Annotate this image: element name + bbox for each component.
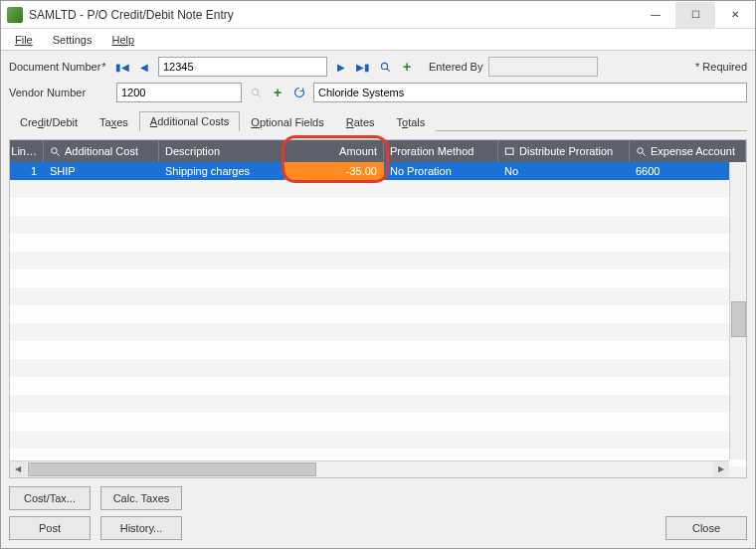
vendor-label: Vendor Number <box>9 87 108 98</box>
close-window-button[interactable]: ✕ <box>715 2 755 28</box>
entered-by-label: Entered By <box>429 61 482 73</box>
cell-distribute[interactable]: No <box>498 162 630 180</box>
client-area: Document Number* ▮◀ ◀ ▶ ▶▮ + Entered By … <box>1 51 755 548</box>
tab-taxes[interactable]: Taxes <box>89 112 139 131</box>
cell-description[interactable]: Shipping charges <box>159 162 284 180</box>
history-button[interactable]: History... <box>100 516 182 540</box>
doc-number-label: Document Number* <box>9 61 108 73</box>
next-record-icon[interactable]: ▶ <box>333 59 349 75</box>
menu-file[interactable]: File <box>7 32 41 48</box>
grid: Lin… Additional Cost Description Amount … <box>9 139 747 478</box>
prev-record-icon[interactable]: ◀ <box>136 59 152 75</box>
doc-number-row: Document Number* ▮◀ ◀ ▶ ▶▮ + Entered By … <box>9 57 747 77</box>
window-title: SAMLTD - P/O Credit/Debit Note Entry <box>29 8 636 22</box>
app-icon <box>7 7 23 23</box>
table-row[interactable]: 1 SHIP Shipping charges -35.00 No Prorat… <box>10 162 746 180</box>
post-button[interactable]: Post <box>9 516 91 540</box>
grid-body[interactable]: 1 SHIP Shipping charges -35.00 No Prorat… <box>10 162 746 477</box>
vendor-search-icon[interactable] <box>248 85 264 100</box>
vscroll-thumb[interactable] <box>731 301 746 337</box>
cell-amount[interactable]: -35.00 <box>284 162 384 180</box>
first-record-icon[interactable]: ▮◀ <box>114 59 130 75</box>
cell-additional-cost[interactable]: SHIP <box>44 162 159 180</box>
svg-point-7 <box>638 147 644 153</box>
col-header-amount[interactable]: Amount <box>284 140 384 162</box>
doc-number-input[interactable] <box>158 57 327 77</box>
svg-point-0 <box>381 63 387 69</box>
col-header-expense[interactable]: Expense Account <box>630 140 746 162</box>
tab-totals[interactable]: Totals <box>386 112 437 131</box>
minimize-button[interactable]: — <box>636 2 675 28</box>
tab-strip: Credit/Debit Taxes Additional Costs Opti… <box>9 110 747 131</box>
vendor-add-icon[interactable]: + <box>270 85 285 100</box>
entered-by-field <box>488 57 598 77</box>
svg-line-8 <box>643 152 646 155</box>
col-header-proration[interactable]: Proration Method <box>384 140 498 162</box>
cost-tax-button[interactable]: Cost/Tax... <box>9 486 91 510</box>
hscroll-left-arrow[interactable]: ◀ <box>10 461 26 476</box>
menu-help[interactable]: Help <box>103 32 142 48</box>
required-hint: * Required <box>695 61 747 73</box>
tab-additional-costs[interactable]: Additional Costs <box>139 111 241 131</box>
col-header-additional-cost[interactable]: Additional Cost <box>44 140 159 162</box>
title-bar: SAMLTD - P/O Credit/Debit Note Entry — ☐… <box>1 1 755 29</box>
hscroll-right-arrow[interactable]: ▶ <box>713 461 729 476</box>
grid-button-row: Cost/Tax... Calc. Taxes <box>9 486 747 510</box>
window-buttons: — ☐ ✕ <box>636 2 755 28</box>
svg-line-3 <box>257 93 260 96</box>
menu-settings[interactable]: Settings <box>45 32 100 48</box>
hscroll-thumb[interactable] <box>28 462 316 476</box>
svg-point-4 <box>52 147 58 153</box>
vendor-refresh-icon[interactable] <box>291 85 307 100</box>
cell-proration[interactable]: No Proration <box>384 162 498 180</box>
grid-header: Lin… Additional Cost Description Amount … <box>10 140 746 162</box>
horizontal-scrollbar[interactable]: ◀ ▶ <box>10 460 729 477</box>
vendor-name-input[interactable] <box>313 83 747 102</box>
cell-line[interactable]: 1 <box>10 162 44 180</box>
vendor-number-input[interactable] <box>116 83 242 102</box>
tab-credit-debit[interactable]: Credit/Debit <box>9 112 89 131</box>
svg-rect-6 <box>505 148 513 154</box>
vertical-scrollbar[interactable] <box>729 162 746 459</box>
col-header-distribute[interactable]: Distribute Proration <box>498 140 630 162</box>
tab-rates[interactable]: Rates <box>335 112 386 131</box>
calc-taxes-button[interactable]: Calc. Taxes <box>100 486 182 510</box>
close-button[interactable]: Close <box>665 516 747 540</box>
svg-point-2 <box>252 89 258 94</box>
maximize-button[interactable]: ☐ <box>675 2 715 28</box>
col-header-line[interactable]: Lin… <box>10 140 44 162</box>
last-record-icon[interactable]: ▶▮ <box>355 59 371 75</box>
doc-search-icon[interactable] <box>377 59 393 75</box>
new-doc-icon[interactable]: + <box>399 59 415 75</box>
footer-row: Post History... Close <box>9 516 747 540</box>
col-header-description[interactable]: Description <box>159 140 284 162</box>
svg-line-5 <box>57 152 60 155</box>
svg-line-1 <box>386 68 389 71</box>
menu-bar: File Settings Help <box>1 29 755 51</box>
tab-optional-fields[interactable]: Optional Fields <box>240 112 334 131</box>
vendor-row: Vendor Number + <box>9 83 747 102</box>
